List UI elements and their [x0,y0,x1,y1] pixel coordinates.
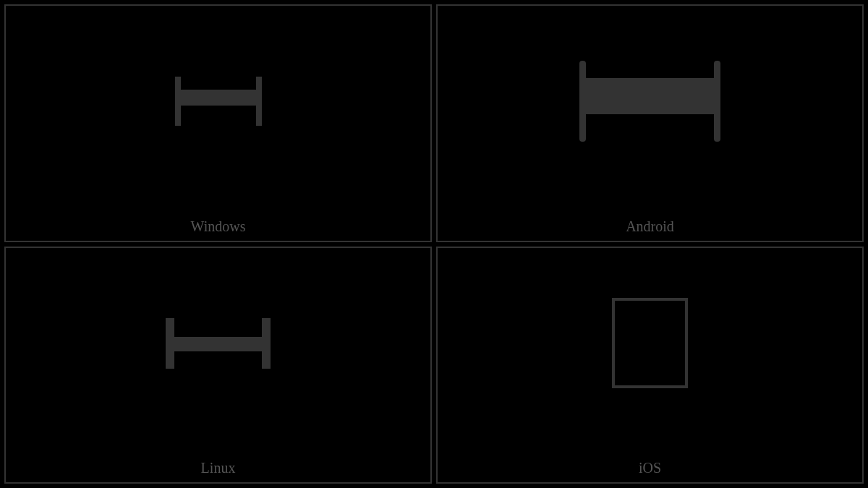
glyph-ios-missing-icon [612,298,688,388]
cell-android: Android [436,4,864,242]
glyph-container-android [438,0,862,219]
glyph-windows-icon [175,77,262,126]
glyph-android-icon [579,61,720,142]
cell-linux: Linux [4,247,432,484]
glyph-linux-icon [166,318,271,369]
label-linux: Linux [201,460,236,476]
glyph-container-ios [438,226,862,461]
cell-ios: iOS [436,247,864,484]
glyph-container-linux [6,226,430,461]
glyph-container-windows [6,0,430,219]
label-ios: iOS [639,460,661,476]
cell-windows: Windows [4,4,432,242]
